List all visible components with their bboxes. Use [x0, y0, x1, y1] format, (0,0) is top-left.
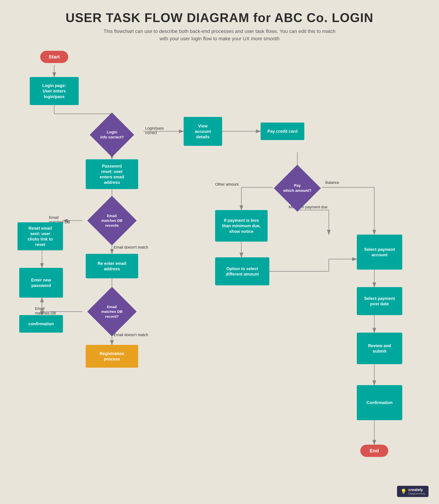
option-select-amount-node: Option to selectdifferent amount: [215, 257, 269, 285]
registration-node: Registrationprocess: [86, 345, 138, 368]
pay-amount-diamond: Paywhich amount?: [271, 172, 324, 205]
login-correct-diamond: Logininfo correct?: [86, 119, 138, 151]
confirmation-left-node: confirmation: [19, 315, 63, 333]
select-payment-post-node: Select paymentpost date: [357, 287, 402, 315]
confirmation-right-node: Confirmation: [357, 385, 402, 420]
label-email-matches-db2: Emailmatches DB: [35, 306, 56, 315]
select-payment-account-node: Select paymentaccount: [357, 235, 402, 270]
if-payment-less-node: If payment is lessthan minimum due,show …: [215, 210, 268, 242]
label-balance: Balance: [325, 180, 339, 185]
label-email-no-match2: Email doesn't match: [114, 333, 148, 337]
view-account-node: Viewaccountdetails: [184, 117, 222, 146]
label-other-amount: Other amount: [215, 182, 239, 187]
bulb-icon: 💡: [401, 489, 407, 494]
review-submit-node: Review andsubmit: [357, 333, 402, 364]
label-login-pass-correct: Login/passcorrect: [145, 126, 164, 135]
page: USER TASK FLOW DIAGRAM for ABC Co. LOGIN…: [0, 0, 439, 504]
email-matches-db1-diamond: Emailmatches DBrecords: [86, 203, 138, 238]
title-section: USER TASK FLOW DIAGRAM for ABC Co. LOGIN…: [0, 0, 439, 49]
subtitle: This flowchart can use to describe both …: [0, 28, 439, 42]
start-node: Start: [40, 51, 68, 63]
pay-credit-node: Pay credit card: [261, 123, 304, 140]
main-title: USER TASK FLOW DIAGRAM for ABC Co. LOGIN: [0, 11, 439, 25]
end-node: End: [360, 445, 388, 457]
password-reset-node: Passwordreset: userenters emailaddress: [86, 159, 138, 189]
enter-new-password-node: Enter newpassword: [19, 268, 63, 298]
creately-text: creately Diagramming: [408, 488, 425, 495]
reset-email-sent-node: Reset emailsent: userclicks link toreset: [17, 222, 63, 250]
login-page-node: Login page:User enterslogin/pass: [30, 77, 79, 105]
label-email-no-match1: Email doesn't match: [114, 245, 148, 250]
email-matches-db2-diamond: Emailmatches DBrecord?: [86, 294, 138, 329]
creately-badge: 💡 creately Diagramming: [397, 486, 428, 497]
re-enter-email-node: Re enter emailaddress: [86, 254, 138, 278]
